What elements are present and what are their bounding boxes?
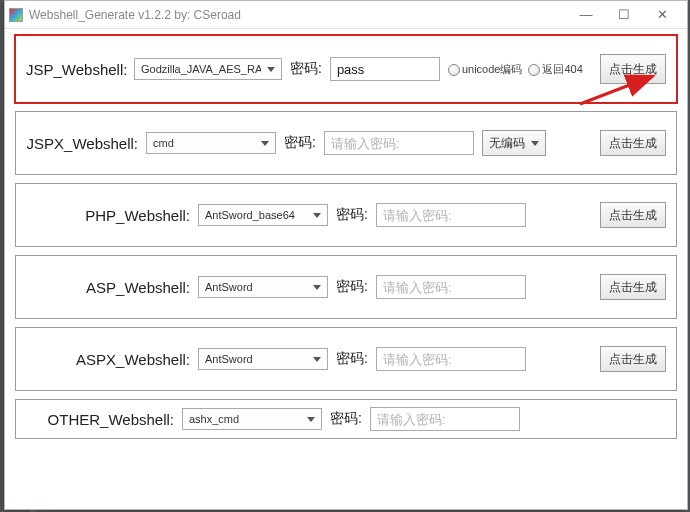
jsp-type-dropdown[interactable]: Godzilla_JAVA_AES_RAW <box>134 58 282 80</box>
jspx-encoding-dropdown[interactable]: 无编码 <box>482 130 546 156</box>
jspx-type-value: cmd <box>153 137 255 149</box>
chevron-down-icon <box>313 285 321 290</box>
chevron-down-icon <box>267 67 275 72</box>
jsp-generate-button[interactable]: 点击生成 <box>600 54 666 84</box>
jsp-password-input[interactable] <box>330 57 440 81</box>
php-password-input[interactable] <box>376 203 526 227</box>
app-window: Webshell_Generate v1.2.2 by: CSeroad — ☐… <box>4 0 688 510</box>
minimize-button[interactable]: — <box>567 4 605 26</box>
other-password-label: 密码: <box>330 410 362 428</box>
asp-type-dropdown[interactable]: AntSword <box>198 276 328 298</box>
app-icon <box>9 8 23 22</box>
asp-type-value: AntSword <box>205 281 307 293</box>
window-title: Webshell_Generate v1.2.2 by: CSeroad <box>29 8 567 22</box>
aspx-type-value: AntSword <box>205 353 307 365</box>
jspx-password-label: 密码: <box>284 134 316 152</box>
asp-password-input[interactable] <box>376 275 526 299</box>
other-password-input[interactable] <box>370 407 520 431</box>
other-row: OTHER_Webshell: ashx_cmd 密码: <box>15 399 677 439</box>
jsp-password-label: 密码: <box>290 60 322 78</box>
jsp-radio-unicode[interactable]: unicode编码 <box>448 62 523 77</box>
jsp-radio-return404[interactable]: 返回404 <box>528 62 582 77</box>
php-type-dropdown[interactable]: AntSword_base64 <box>198 204 328 226</box>
jspx-row: JSPX_Webshell: cmd 密码: 无编码 点击生成 <box>15 111 677 175</box>
asp-row: ASP_Webshell: AntSword 密码: 点击生成 <box>15 255 677 319</box>
jsp-options: unicode编码 返回404 <box>448 62 583 77</box>
chevron-down-icon <box>531 141 539 146</box>
close-button[interactable]: ✕ <box>643 4 681 26</box>
chevron-down-icon <box>313 213 321 218</box>
asp-password-label: 密码: <box>336 278 368 296</box>
chevron-down-icon <box>313 357 321 362</box>
chevron-down-icon <box>261 141 269 146</box>
jspx-generate-button[interactable]: 点击生成 <box>600 130 666 156</box>
radio-icon <box>528 64 540 76</box>
php-generate-button[interactable]: 点击生成 <box>600 202 666 228</box>
jspx-type-dropdown[interactable]: cmd <box>146 132 276 154</box>
jspx-label: JSPX_Webshell: <box>26 135 138 152</box>
php-row: PHP_Webshell: AntSword_base64 密码: 点击生成 <box>15 183 677 247</box>
maximize-button[interactable]: ☐ <box>605 4 643 26</box>
form-area: JSP_Webshell: Godzilla_JAVA_AES_RAW 密码: … <box>5 29 687 509</box>
other-type-dropdown[interactable]: ashx_cmd <box>182 408 322 430</box>
jspx-password-input[interactable] <box>324 131 474 155</box>
aspx-row: ASPX_Webshell: AntSword 密码: 点击生成 <box>15 327 677 391</box>
php-type-value: AntSword_base64 <box>205 209 307 221</box>
other-type-value: ashx_cmd <box>189 413 301 425</box>
aspx-password-label: 密码: <box>336 350 368 368</box>
asp-label: ASP_Webshell: <box>26 279 190 296</box>
jsp-row: JSP_Webshell: Godzilla_JAVA_AES_RAW 密码: … <box>15 35 677 103</box>
php-label: PHP_Webshell: <box>26 207 190 224</box>
titlebar: Webshell_Generate v1.2.2 by: CSeroad — ☐… <box>5 1 687 29</box>
aspx-generate-button[interactable]: 点击生成 <box>600 346 666 372</box>
radio-icon <box>448 64 460 76</box>
other-label: OTHER_Webshell: <box>26 411 174 428</box>
aspx-type-dropdown[interactable]: AntSword <box>198 348 328 370</box>
jspx-encoding-value: 无编码 <box>489 135 525 152</box>
asp-generate-button[interactable]: 点击生成 <box>600 274 666 300</box>
php-password-label: 密码: <box>336 206 368 224</box>
aspx-label: ASPX_Webshell: <box>26 351 190 368</box>
jsp-label: JSP_Webshell: <box>26 61 126 78</box>
chevron-down-icon <box>307 417 315 422</box>
jsp-type-value: Godzilla_JAVA_AES_RAW <box>141 63 261 75</box>
aspx-password-input[interactable] <box>376 347 526 371</box>
